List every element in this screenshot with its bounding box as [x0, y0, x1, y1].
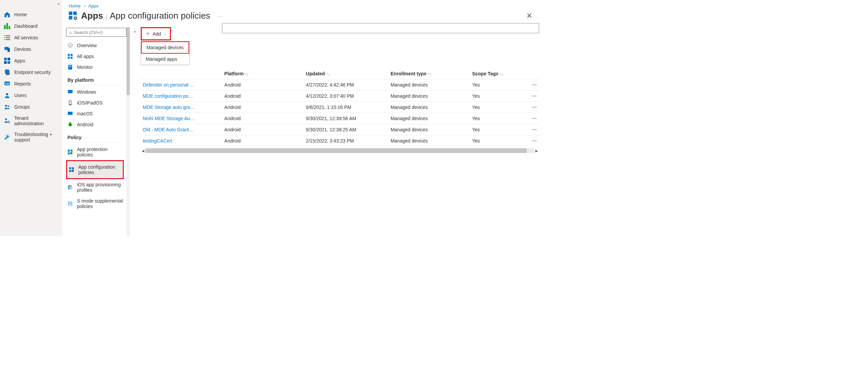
svg-rect-33 — [71, 54, 73, 56]
svg-point-20 — [6, 93, 8, 95]
svg-rect-26 — [8, 122, 9, 122]
row-menu-icon[interactable]: ⋯ — [527, 79, 539, 91]
row-menu-icon[interactable]: ⋯ — [527, 135, 539, 147]
sort-icon: ↑↓ — [326, 72, 330, 76]
close-icon[interactable]: ✕ — [523, 12, 536, 20]
nav-users[interactable]: Users — [0, 90, 62, 101]
subnav-monitor[interactable]: Monitor — [66, 62, 125, 73]
policy-name-link[interactable]: MDE Storage auto gra… — [141, 102, 222, 113]
policy-name-link[interactable]: MDE configuration po… — [141, 91, 222, 102]
cell-enrollment: Managed devices — [389, 79, 470, 91]
subnav-label: Android — [77, 122, 93, 127]
subnav-scrollbar-thumb[interactable] — [126, 27, 130, 95]
svg-rect-45 — [68, 124, 72, 126]
row-menu-icon[interactable]: ⋯ — [527, 91, 539, 102]
menu-managed-devices[interactable]: Managed devices — [141, 41, 189, 54]
nav-groups[interactable]: Groups — [0, 101, 62, 113]
app-config-icon — [69, 167, 74, 172]
subnav-macos[interactable]: macOS — [66, 108, 125, 119]
highlight-app-config: App configuration policies — [66, 160, 124, 179]
devices-icon — [4, 46, 10, 52]
subnav-smode[interactable]: S mode supplemental policies — [66, 195, 125, 212]
more-actions-icon[interactable]: ··· — [218, 13, 224, 19]
menu-label: Managed apps — [146, 56, 177, 62]
subnav-all-apps[interactable]: All apps — [66, 51, 125, 62]
search-input[interactable] — [74, 30, 131, 35]
svg-rect-43 — [68, 112, 73, 115]
home-icon — [4, 12, 10, 18]
reports-icon — [4, 81, 10, 87]
subnav-windows[interactable]: Windows — [66, 87, 125, 97]
cell-enrollment: Managed devices — [389, 91, 470, 102]
windows-icon — [67, 89, 73, 95]
shield-icon — [4, 69, 10, 75]
menu-managed-apps[interactable]: Managed apps — [141, 54, 189, 64]
search-input-wrap[interactable]: ⌕ — [66, 28, 126, 37]
subnav-ios-provisioning[interactable]: iOS app provisioning profiles — [66, 179, 125, 195]
collapse-leftnav-icon[interactable]: « — [57, 1, 60, 6]
menu-label: Managed devices — [146, 45, 184, 50]
sub-navigation: ⌕ « ⓘ Overview All apps — [62, 27, 130, 236]
policy-name-link[interactable]: Old - MDE Auto Grant… — [141, 124, 222, 135]
plus-icon: ＋ — [145, 30, 151, 37]
nav-label: All services — [14, 35, 38, 40]
breadcrumb-apps[interactable]: Apps — [88, 3, 99, 8]
cell-updated: 2/15/2022, 3:43:23 PM — [304, 135, 389, 147]
nav-tenant-admin[interactable]: Tenant administration — [0, 113, 62, 129]
subnav-app-configuration[interactable]: App configuration policies — [67, 162, 122, 178]
col-name[interactable] — [141, 68, 222, 79]
scroll-thumb[interactable] — [145, 148, 527, 153]
add-button[interactable]: ＋ Add ⌄ — [141, 27, 171, 40]
scroll-left-icon[interactable]: ◀ — [141, 149, 145, 153]
col-updated[interactable]: Updated↑↓ — [304, 68, 389, 79]
nav-endpoint-security[interactable]: Endpoint security — [0, 67, 62, 78]
nav-all-services[interactable]: All services — [0, 32, 62, 43]
row-menu-icon[interactable]: ⋯ — [527, 124, 539, 135]
scroll-right-icon[interactable]: ▶ — [534, 149, 539, 153]
nav-apps[interactable]: Apps — [0, 55, 62, 67]
list-icon — [4, 35, 10, 41]
provisioning-icon — [67, 185, 73, 190]
nav-troubleshooting[interactable]: Troubleshooting + support — [0, 129, 62, 145]
subnav-scrollbar-track[interactable] — [126, 27, 130, 236]
breadcrumb-home[interactable]: Home — [69, 3, 81, 8]
nav-devices[interactable]: Devices — [0, 43, 62, 55]
chevron-right-icon: › — [84, 3, 85, 8]
svg-rect-55 — [69, 186, 72, 189]
subnav-app-protection[interactable]: App protection policies — [66, 144, 125, 160]
policy-name-link[interactable]: Nishi MDE Storage Au… — [141, 113, 222, 124]
info-icon: ⓘ — [67, 43, 73, 48]
cell-platform: Android — [222, 102, 304, 113]
policy-name-link[interactable]: Defender on personal … — [141, 79, 222, 91]
svg-rect-14 — [7, 61, 10, 64]
cell-platform: Android — [222, 79, 304, 91]
subnav-label: App protection policies — [77, 147, 124, 157]
svg-rect-13 — [4, 61, 7, 64]
row-menu-icon[interactable]: ⋯ — [527, 102, 539, 113]
policy-name-link[interactable]: testingCACert — [141, 135, 222, 147]
cell-platform: Android — [222, 113, 304, 124]
subnav-ios[interactable]: iOS/iPadOS — [66, 97, 125, 108]
nav-home[interactable]: Home — [0, 9, 62, 20]
cell-updated: 9/30/2021, 12:38:25 AM — [304, 124, 389, 135]
subnav-overview[interactable]: ⓘ Overview — [66, 40, 125, 51]
row-menu-icon[interactable]: ⋯ — [527, 113, 539, 124]
subnav-label: iOS/iPadOS — [77, 100, 102, 106]
col-enrollment[interactable]: Enrollment type↑↓ — [389, 68, 470, 79]
grid-icon — [67, 54, 73, 59]
svg-point-23 — [5, 118, 7, 120]
subnav-heading-policy: Policy — [66, 130, 124, 143]
subnav-android[interactable]: Android — [66, 119, 125, 130]
scroll-track[interactable] — [145, 148, 534, 153]
table-row: MDE configuration po…Android4/12/2022, 3… — [141, 91, 539, 102]
subnav-label: Overview — [77, 43, 97, 48]
col-scope[interactable]: Scope Tags↑↓ — [470, 68, 527, 79]
cell-enrollment: Managed devices — [389, 113, 470, 124]
col-platform[interactable]: Platform↑↓ — [222, 68, 304, 79]
horizontal-scrollbar[interactable]: ◀ ▶ — [141, 148, 539, 153]
nav-dashboard[interactable]: Dashboard — [0, 20, 62, 32]
nav-reports[interactable]: Reports — [0, 78, 62, 90]
subnav-label: macOS — [77, 111, 93, 116]
nav-label: Users — [14, 93, 27, 98]
filter-input[interactable] — [222, 23, 539, 33]
